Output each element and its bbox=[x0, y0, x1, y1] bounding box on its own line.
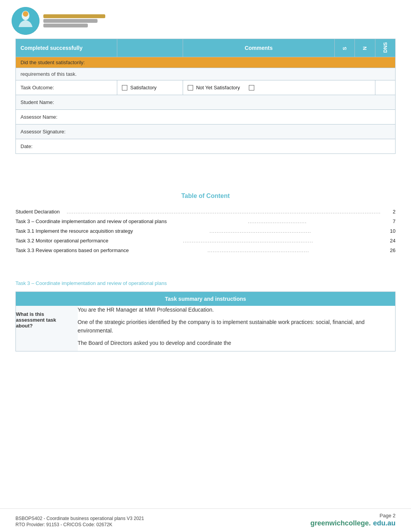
task-heading: Task 3 – Coordinate implementation and r… bbox=[15, 280, 396, 286]
footer-line1: BSBOPS402 - Coordinate business operatio… bbox=[15, 516, 144, 521]
toc-label-4: Task 3.3 Review operations based on perf… bbox=[15, 247, 129, 253]
assessor-name-row: Assessor Name: bbox=[16, 110, 396, 124]
table-header-row: Completed successfully Comments S N DNS bbox=[16, 39, 396, 57]
toc-dots-4: ........................................… bbox=[129, 247, 388, 253]
toc-item-0: Student Declaration ....................… bbox=[15, 209, 396, 215]
header-completed: Completed successfully bbox=[16, 39, 117, 57]
spacer2 bbox=[15, 265, 396, 276]
subheader-text: Did the student satisfactorily: bbox=[16, 57, 396, 68]
assessor-sig-row: Assessor Signature: bbox=[16, 124, 396, 139]
logo-area bbox=[12, 7, 105, 35]
page-footer: BSBOPS402 - Coordinate business operatio… bbox=[0, 508, 411, 532]
logo-icon bbox=[12, 7, 39, 35]
task-summary-table: Task summary and instructions What is th… bbox=[15, 292, 396, 351]
toc-dots-1: ................................. bbox=[167, 218, 388, 224]
task-summary-header-label: Task summary and instructions bbox=[16, 292, 396, 306]
footer-left: BSBOPS402 - Coordinate business operatio… bbox=[15, 516, 144, 527]
date-row: Date: bbox=[16, 139, 396, 154]
assessor-sig-label: Assessor Signature: bbox=[16, 124, 396, 139]
toc-dots-2: ........................................… bbox=[133, 228, 388, 234]
header-n: N bbox=[355, 39, 375, 57]
toc-item-1: Task 3 – Coordinate implementation and r… bbox=[15, 218, 396, 224]
toc-num-3: 24 bbox=[388, 238, 396, 244]
toc-dots-3: ........................................… bbox=[108, 238, 388, 244]
main-content: Completed successfully Comments S N DNS … bbox=[0, 39, 411, 351]
toc-num-0: 2 bbox=[388, 209, 396, 215]
task-outcome-row: Task Outcome: Satisfactory Not Yet Satis… bbox=[16, 80, 396, 95]
header-comments: Comments bbox=[183, 39, 334, 57]
not-yet-checkbox2[interactable] bbox=[249, 85, 254, 90]
student-name-label: Student Name: bbox=[16, 95, 396, 110]
toc-section: Table of Content Student Declaration ...… bbox=[15, 193, 396, 253]
page-header bbox=[0, 0, 411, 39]
toc-label-3: Task 3.2 Monitor operational performance bbox=[15, 238, 108, 244]
toc-num-4: 26 bbox=[388, 247, 396, 253]
satisfactory-option: Satisfactory bbox=[117, 80, 183, 95]
toc-num-1: 7 bbox=[388, 218, 396, 224]
subheader-row: Did the student satisfactorily: bbox=[16, 57, 396, 68]
svg-point-2 bbox=[23, 11, 28, 17]
task-summary-header-row: Task summary and instructions bbox=[16, 292, 396, 306]
content-p3: The Board of Directors asked you to deve… bbox=[78, 339, 396, 348]
header-dns: DNS bbox=[375, 39, 395, 57]
assessment-table: Completed successfully Comments S N DNS … bbox=[15, 39, 396, 154]
toc-label-0: Student Declaration bbox=[15, 209, 60, 215]
footer-line2: RTO Provider: 91153 - CRICOS Code: 02672… bbox=[15, 522, 144, 527]
toc-dots-0: ........................................… bbox=[60, 209, 388, 215]
header-s: S bbox=[335, 39, 355, 57]
task-outcome-label: Task Outcome: bbox=[16, 80, 117, 95]
toc-item-2: Task 3.1 Implement the resource acquisit… bbox=[15, 228, 396, 234]
toc-item-4: Task 3.3 Review operations based on perf… bbox=[15, 247, 396, 253]
not-yet-option: Not Yet Satisfactory bbox=[183, 80, 375, 95]
requirements-text: requirements of this task. bbox=[16, 68, 396, 80]
content-p2: One of the strategic priorities identifi… bbox=[78, 318, 396, 335]
toc-label-2: Task 3.1 Implement the resource acquisit… bbox=[15, 228, 133, 234]
what-label: What is thisassessment taskabout? bbox=[16, 306, 78, 351]
brand-teal: edu.au bbox=[373, 519, 396, 527]
assessor-name-label: Assessor Name: bbox=[16, 110, 396, 124]
spacer1 bbox=[15, 165, 396, 177]
footer-right: Page 2 greenwichcollege. edu.au bbox=[310, 513, 396, 527]
task-summary-content: You are the HR Manager at MMI Profession… bbox=[78, 306, 396, 351]
date-label: Date: bbox=[16, 139, 396, 154]
footer-page: Page 2 bbox=[380, 513, 396, 518]
satisfactory-label: Satisfactory bbox=[130, 85, 157, 90]
toc-item-3: Task 3.2 Monitor operational performance… bbox=[15, 238, 396, 244]
logo-text bbox=[43, 14, 105, 27]
toc-label-1: Task 3 – Coordinate implementation and r… bbox=[15, 218, 167, 224]
satisfactory-checkbox[interactable] bbox=[122, 85, 127, 90]
not-yet-label: Not Yet Satisfactory bbox=[196, 85, 240, 90]
toc-num-2: 10 bbox=[388, 228, 396, 234]
content-p1: You are the HR Manager at MMI Profession… bbox=[78, 306, 396, 314]
requirements-row: requirements of this task. bbox=[16, 68, 396, 80]
not-yet-checkbox[interactable] bbox=[188, 85, 193, 90]
brand-green: greenwichcollege. bbox=[310, 519, 371, 527]
footer-brand: greenwichcollege. edu.au bbox=[310, 519, 396, 527]
student-name-row: Student Name: bbox=[16, 95, 396, 110]
toc-title: Table of Content bbox=[15, 193, 396, 200]
task-summary-body-row: What is thisassessment taskabout? You ar… bbox=[16, 306, 396, 351]
